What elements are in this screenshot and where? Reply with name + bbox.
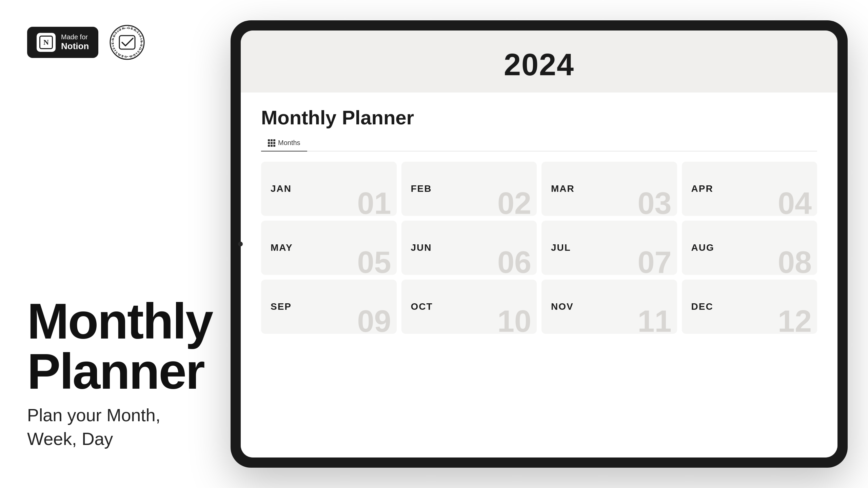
month-name: DEC xyxy=(691,301,713,312)
month-card-jan[interactable]: JAN 01 xyxy=(261,162,397,216)
month-card-jun[interactable]: JUN 06 xyxy=(401,221,537,275)
tablet-frame: 2024 Monthly Planner Months xyxy=(231,20,848,468)
month-number: 08 xyxy=(778,247,812,275)
month-name: JUN xyxy=(411,242,432,253)
title-line1: Monthly xyxy=(27,296,197,346)
month-name: JUL xyxy=(551,242,571,253)
badges-row: N Made for Notion NOTION CE xyxy=(27,24,197,61)
tablet-screen: 2024 Monthly Planner Months xyxy=(241,30,837,458)
month-card-feb[interactable]: FEB 02 xyxy=(401,162,537,216)
made-for-label: Made for xyxy=(61,33,89,41)
tablet-camera xyxy=(238,242,243,246)
month-card-aug[interactable]: AUG 08 xyxy=(682,221,817,275)
month-number: 10 xyxy=(497,306,531,334)
month-name: FEB xyxy=(411,183,432,194)
month-number: 03 xyxy=(637,188,671,216)
right-panel: 2024 Monthly Planner Months xyxy=(224,0,868,488)
view-tabs: Months xyxy=(261,136,817,151)
screen-header: 2024 xyxy=(241,30,837,93)
month-name: OCT xyxy=(411,301,433,312)
certified-badge: NOTION CERTIFIED NOTION CERTIFIED xyxy=(108,24,146,61)
month-card-may[interactable]: MAY 05 xyxy=(261,221,397,275)
made-for-text: Made for Notion xyxy=(61,33,89,52)
month-number: 12 xyxy=(778,306,812,334)
title-line2: Planner xyxy=(27,346,197,396)
month-number: 07 xyxy=(637,247,671,275)
month-number: 09 xyxy=(357,306,391,334)
svg-point-0 xyxy=(110,25,144,59)
planner-title: Monthly Planner xyxy=(261,106,817,129)
month-name: APR xyxy=(691,183,713,194)
year-title: 2024 xyxy=(261,47,817,82)
month-card-oct[interactable]: OCT 10 xyxy=(401,280,537,334)
month-name: MAY xyxy=(271,242,293,253)
month-name: AUG xyxy=(691,242,714,253)
month-number: 06 xyxy=(497,247,531,275)
month-card-mar[interactable]: MAR 03 xyxy=(541,162,677,216)
months-grid: JAN 01 FEB 02 MAR 03 APR 04 MAY 05 JUN 0… xyxy=(261,162,817,334)
month-name: MAR xyxy=(551,183,575,194)
months-tab-label: Months xyxy=(278,139,300,147)
notion-label: Notion xyxy=(61,41,89,52)
months-tab[interactable]: Months xyxy=(261,136,307,151)
month-number: 04 xyxy=(778,188,812,216)
month-card-jul[interactable]: JUL 07 xyxy=(541,221,677,275)
month-card-nov[interactable]: NOV 11 xyxy=(541,280,677,334)
month-card-apr[interactable]: APR 04 xyxy=(682,162,817,216)
notion-icon: N xyxy=(37,33,56,52)
month-number: 11 xyxy=(637,306,671,334)
month-number: 05 xyxy=(357,247,391,275)
main-title: Monthly Planner Plan your Month,Week, Da… xyxy=(27,296,197,451)
made-for-notion-badge: N Made for Notion xyxy=(27,27,98,58)
month-name: SEP xyxy=(271,301,292,312)
month-name: JAN xyxy=(271,183,292,194)
month-card-sep[interactable]: SEP 09 xyxy=(261,280,397,334)
subtitle: Plan your Month,Week, Day xyxy=(27,403,197,451)
month-name: NOV xyxy=(551,301,574,312)
grid-icon xyxy=(268,139,275,147)
screen-body: Monthly Planner Months JAN xyxy=(241,93,837,458)
month-card-dec[interactable]: DEC 12 xyxy=(682,280,817,334)
left-panel: N Made for Notion NOTION CE xyxy=(0,0,224,488)
month-number: 02 xyxy=(497,188,531,216)
month-number: 01 xyxy=(357,188,391,216)
svg-text:NOTION CERTIFIED: NOTION CERTIFIED xyxy=(108,24,143,43)
